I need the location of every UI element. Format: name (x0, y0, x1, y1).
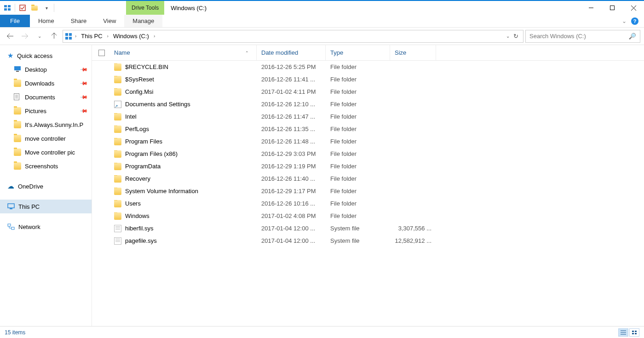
file-type: File folder (326, 63, 390, 70)
properties-icon[interactable] (17, 2, 28, 13)
file-row[interactable]: Windows2017-01-02 4:08 PMFile folder (92, 210, 644, 222)
sidebar-item[interactable]: Move controller pic (0, 145, 92, 159)
file-name: Documents and Settings (125, 101, 190, 108)
close-button[interactable] (623, 1, 644, 15)
file-row[interactable]: Config.Msi2017-01-02 4:11 PMFile folder (92, 86, 644, 98)
file-name: Intel (125, 113, 137, 120)
sidebar-item[interactable]: Pictures📌 (0, 104, 92, 118)
file-type: File folder (326, 101, 390, 108)
pin-icon: 📌 (79, 106, 88, 115)
sidebar-quick-access[interactable]: ★ Quick access (0, 49, 92, 63)
tab-view[interactable]: View (95, 15, 124, 27)
breadcrumb-segment[interactable]: Windows (C:) (111, 33, 151, 40)
file-row[interactable]: Program Files (x86)2016-12-29 3:03 PMFil… (92, 148, 644, 160)
file-type: System file (326, 237, 390, 244)
forward-button[interactable]: 🡢 (18, 30, 31, 43)
file-type: File folder (326, 150, 390, 157)
sidebar-label: OneDrive (18, 183, 43, 190)
search-icon: 🔍 (629, 33, 636, 40)
file-row[interactable]: Recovery2016-12-26 11:40 ...File folder (92, 172, 644, 185)
file-name: PerfLogs (125, 126, 149, 132)
column-header-name[interactable]: Name ⌃ (109, 45, 257, 60)
sidebar-item[interactable]: Desktop📌 (0, 63, 92, 76)
file-date: 2016-12-29 3:03 PM (257, 150, 326, 157)
file-row[interactable]: Program Files2016-12-26 11:48 ...File fo… (92, 135, 644, 148)
large-icons-view-button[interactable] (629, 328, 639, 337)
chevron-right-icon[interactable]: › (74, 34, 77, 39)
ribbon-expand-icon[interactable]: ⌄ (622, 18, 627, 24)
file-date: 2016-12-29 1:17 PM (257, 188, 326, 195)
tab-home[interactable]: Home (30, 15, 63, 27)
view-switcher (618, 328, 639, 337)
up-button[interactable]: 🡡 (48, 30, 61, 43)
folder-icon (114, 150, 121, 158)
file-date: 2017-01-04 12:00 ... (257, 225, 326, 232)
search-input[interactable]: Search Windows (C:) 🔍 (525, 30, 640, 43)
sidebar-item[interactable]: move controller (0, 132, 92, 145)
network-icon (7, 223, 15, 230)
chevron-right-icon[interactable]: › (153, 34, 156, 39)
sidebar-item[interactable]: It's.Always.Sunny.In.P (0, 118, 92, 132)
folder-icon (114, 175, 121, 183)
sidebar-item[interactable]: Downloads📌 (0, 76, 92, 90)
file-list-pane: Name ⌃ Date modified Type Size $RECYCLE.… (92, 45, 644, 326)
tab-manage[interactable]: Manage (124, 15, 162, 27)
help-icon[interactable]: ? (631, 17, 638, 25)
file-row[interactable]: $RECYCLE.BIN2016-12-26 5:25 PMFile folde… (92, 61, 644, 73)
column-label: Type (330, 49, 343, 56)
file-row[interactable]: Users2016-12-26 10:16 ...File folder (92, 197, 644, 210)
file-name: Config.Msi (125, 88, 153, 95)
file-row[interactable]: $SysReset2016-12-26 11:41 ...File folder (92, 73, 644, 86)
sidebar-onedrive[interactable]: ☁ OneDrive (0, 179, 92, 193)
maximize-button[interactable] (602, 1, 623, 15)
file-row[interactable]: System Volume Information2016-12-29 1:17… (92, 185, 644, 197)
qat-dropdown-icon[interactable]: ▾ (41, 2, 52, 13)
recent-locations-icon[interactable]: ⌄ (33, 30, 46, 43)
refresh-icon[interactable]: ↻ (513, 33, 518, 40)
file-row[interactable]: Intel2016-12-26 11:47 ...File folder (92, 110, 644, 123)
breadcrumb-segment[interactable]: This PC (79, 33, 104, 40)
details-view-button[interactable] (618, 328, 628, 337)
minimize-button[interactable] (581, 1, 602, 15)
folder-icon (114, 88, 121, 96)
shortcut-icon (114, 101, 121, 108)
folder-icon (14, 162, 21, 170)
file-name: Program Files (x86) (125, 150, 178, 157)
svg-rect-12 (69, 37, 72, 40)
back-button[interactable]: 🡠 (4, 30, 17, 43)
item-count: 15 items (5, 329, 25, 336)
file-type: System file (326, 225, 390, 232)
file-row[interactable]: ProgramData2016-12-29 1:19 PMFile folder (92, 160, 644, 172)
tab-share[interactable]: Share (63, 15, 95, 27)
quick-access-toolbar: ▾ (0, 1, 57, 15)
address-bar[interactable]: › This PC › Windows (C:) › ⌄ ↻ (63, 30, 523, 43)
file-row[interactable]: PerfLogs2016-12-26 11:35 ...File folder (92, 123, 644, 135)
file-row[interactable]: pagefile.sys2017-01-04 12:00 ...System f… (92, 235, 644, 247)
title-bar: ▾ Drive Tools Windows (C:) (0, 0, 644, 15)
file-row[interactable]: Documents and Settings2016-12-26 12:10 .… (92, 98, 644, 110)
file-tab[interactable]: File (0, 15, 30, 27)
folder-icon (14, 149, 21, 156)
sidebar-this-pc[interactable]: This PC (0, 200, 92, 213)
file-row[interactable]: hiberfil.sys2017-01-04 12:00 ...System f… (92, 222, 644, 235)
svg-rect-27 (635, 331, 637, 332)
column-header-size[interactable]: Size (390, 45, 436, 60)
column-header-date[interactable]: Date modified (257, 45, 326, 60)
separator (54, 4, 54, 12)
address-dropdown-icon[interactable]: ⌄ (506, 34, 510, 39)
sidebar-item[interactable]: Documents📌 (0, 90, 92, 104)
column-header-type[interactable]: Type (326, 45, 390, 60)
new-folder-icon[interactable] (29, 2, 40, 13)
file-name: pagefile.sys (125, 237, 157, 244)
sidebar-item[interactable]: Screenshots (0, 159, 92, 173)
folder-icon (114, 138, 121, 145)
chevron-right-icon[interactable]: › (106, 34, 109, 39)
sort-ascending-icon: ⌃ (245, 51, 249, 55)
sidebar-label: Quick access (17, 52, 52, 59)
svg-rect-10 (69, 33, 72, 36)
svg-rect-29 (635, 333, 637, 334)
explorer-icon[interactable] (2, 2, 13, 13)
sidebar-label: This PC (18, 203, 40, 210)
select-all-checkbox[interactable] (98, 50, 105, 56)
sidebar-network[interactable]: Network (0, 220, 92, 234)
